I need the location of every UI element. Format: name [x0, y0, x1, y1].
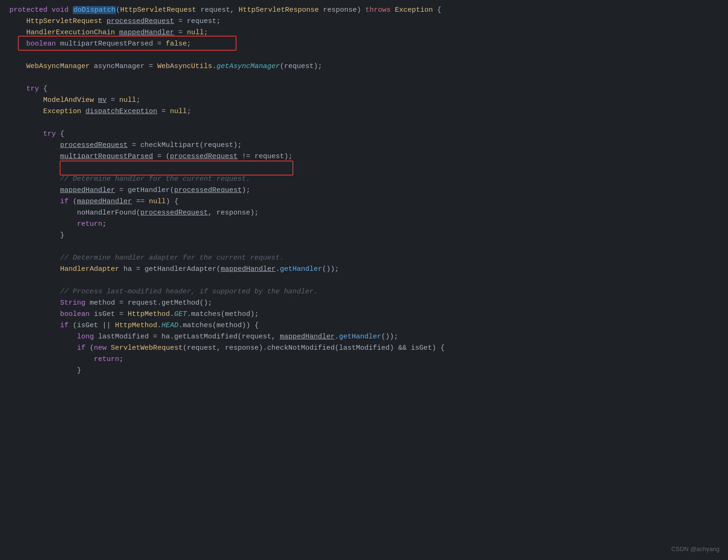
code-line-blank3: [9, 162, 719, 174]
code-line-comment1: // Determine handler for the current req…: [9, 174, 719, 185]
code-line-comment2: // Determine handler adapter for the cur…: [9, 253, 719, 264]
code-line-closebrace2: }: [9, 365, 719, 376]
code-line-1: protected void doDispatch(HttpServletReq…: [9, 5, 719, 16]
code-line-gethandler: mappedHandler = getHandler(processedRequ…: [9, 185, 719, 196]
code-line-lastmodified: long lastModified = ha.getLastModified(r…: [9, 331, 719, 343]
code-line-blank5: [9, 275, 719, 286]
code-line-isget: boolean isGet = HttpMethod.GET.matches(m…: [9, 309, 719, 320]
code-line-servletwebreq: if (new ServletWebRequest(request, respo…: [9, 343, 719, 354]
code-line-checkmultipart: processedRequest = checkMultipart(reques…: [9, 140, 719, 151]
watermark: CSDN @achyang: [671, 545, 720, 554]
code-line-comment3: // Process last-modified header, if supp…: [9, 286, 719, 298]
code-editor: protected void doDispatch(HttpServletReq…: [0, 0, 728, 381]
code-line-return1: return;: [9, 219, 719, 230]
code-line-return2: return;: [9, 354, 719, 365]
code-line-5: [9, 50, 719, 61]
code-line-2: HttpServletRequest processedRequest = re…: [9, 16, 719, 27]
code-line-blank1: [9, 72, 719, 84]
code-line-ha: HandlerAdapter ha = getHandlerAdapter(ma…: [9, 264, 719, 275]
code-line-dispatchex: Exception dispatchException = null;: [9, 106, 719, 117]
code-line-mv: ModelAndView mv = null;: [9, 95, 719, 106]
code-line-multipartparsed: multipartRequestParsed = (processedReque…: [9, 151, 719, 162]
code-line-try1: try {: [9, 84, 719, 95]
code-line-method: String method = request.getMethod();: [9, 298, 719, 309]
code-line-closebrace1: }: [9, 230, 719, 241]
code-line-ifnull: if (mappedHandler == null) {: [9, 196, 719, 207]
code-line-3: HandlerExecutionChain mappedHandler = nu…: [9, 27, 719, 38]
code-line-try2: try {: [9, 129, 719, 140]
code-line-ifisget: if (isGet || HttpMethod.HEAD.matches(met…: [9, 320, 719, 331]
code-line-blank2: [9, 117, 719, 129]
code-line-nohandler: noHandlerFound(processedRequest, respons…: [9, 207, 719, 219]
code-line-4: boolean multipartRequestParsed = false;: [9, 38, 719, 50]
code-line-blank4: [9, 241, 719, 253]
code-line-6: WebAsyncManager asyncManager = WebAsyncU…: [9, 61, 719, 72]
